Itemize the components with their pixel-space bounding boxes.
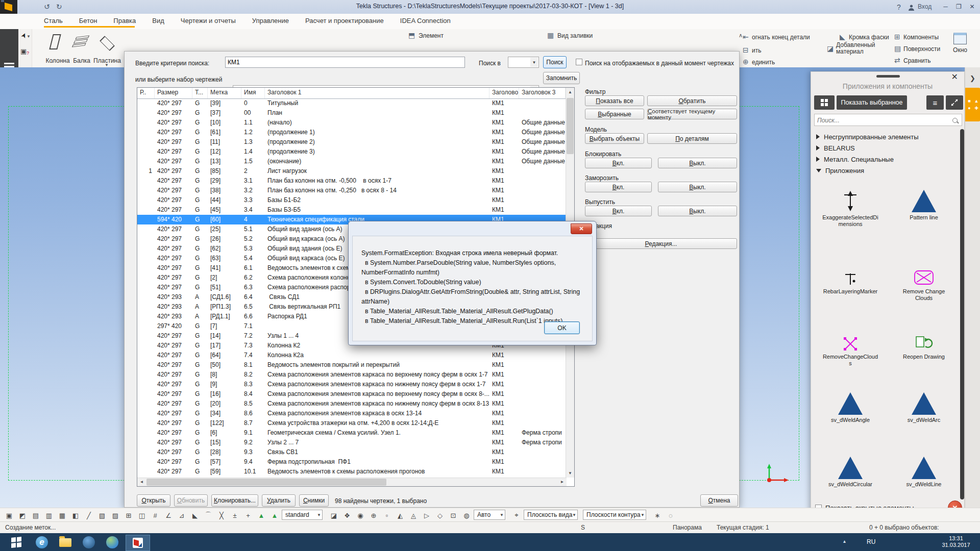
snap-icon-30[interactable]: ▷ [421, 510, 433, 521]
search-visible-checkbox[interactable] [576, 59, 582, 65]
tree-item-3[interactable]: Металл. Специальные [816, 154, 894, 165]
surfaces-icon[interactable]: ▤ [894, 44, 901, 53]
column-header-3[interactable]: Т... [192, 88, 208, 98]
revision-button[interactable]: Редакция... [585, 238, 737, 249]
column-header-8[interactable]: Заголовок 3 [519, 88, 566, 98]
snap-icon-32[interactable]: ⊡ [447, 510, 459, 521]
error-ok-button[interactable]: OK [544, 321, 580, 334]
table-row[interactable]: 420* 297G[28]9.3Связь СВ1КМ1 [137, 447, 566, 457]
table-row[interactable]: 420* 297G[59]10.1Ведомость элементов к с… [137, 467, 566, 477]
snap-icon-1[interactable]: ▣ [3, 510, 15, 521]
added-material-label[interactable]: Добавленный материал [836, 42, 887, 55]
snap-icon-9[interactable]: ▨ [109, 510, 121, 521]
freeze-on-button[interactable]: Вкл. [585, 182, 652, 192]
clock[interactable]: 13:31 31.03.2017 [937, 535, 975, 548]
filter-selected-button[interactable]: Выбранные [585, 109, 644, 119]
split-label[interactable]: ить [752, 47, 761, 54]
fit-part-end-label[interactable]: огнать конец детали [752, 34, 810, 41]
by-parts-button[interactable]: По деталям [647, 133, 737, 144]
table-row[interactable]: 420* 297G[44]3.3Базы Б1-Б2КМ1 [137, 195, 566, 205]
app-item-RemoveChangeClouds[interactable]: RemoveChangeClouds [815, 321, 886, 366]
login-link[interactable]: Вход [918, 2, 932, 11]
fill-view-label[interactable]: Вид заливки [557, 32, 593, 39]
ribbon-tab-8[interactable]: IDEA Connection [392, 14, 459, 28]
taskbar-tekla-icon[interactable] [126, 535, 150, 551]
tree-item-4[interactable]: Приложения [816, 165, 864, 176]
app-item-Remove-Change-Clouds[interactable]: Remove Change Clouds [889, 256, 959, 301]
filter-invert-button[interactable]: Обратить [647, 95, 737, 106]
expand-pane-icon[interactable]: ❯ [970, 74, 975, 82]
window-button[interactable]: Окно [947, 33, 973, 54]
added-material-icon[interactable]: ◪ [827, 44, 834, 53]
snap-icon-27[interactable]: ▫ [381, 510, 393, 521]
horizontal-scrollbar[interactable]: ◄ ► [137, 478, 567, 486]
search-criteria-input[interactable] [225, 57, 465, 68]
delete-button[interactable]: Удалить [262, 494, 296, 507]
table-row[interactable]: 420* 297G[38]3.2План баз колонн на отм. … [137, 186, 566, 195]
table-row[interactable]: 420* 297G[29]3.1План баз колонн на отм. … [137, 176, 566, 186]
table-row[interactable]: 420* 297G[13]1.5(окончание)КМ1Общие данн… [137, 157, 566, 166]
user-icon[interactable] [908, 4, 914, 10]
snap-icon-29[interactable]: ◬ [407, 510, 420, 521]
snap-icon-16[interactable]: ⌒ [202, 510, 214, 521]
snap-icon-19[interactable]: + [242, 510, 254, 521]
compare-icon[interactable]: ⇄ [894, 56, 900, 64]
snap-icon-26[interactable]: ⊕ [368, 510, 380, 521]
table-row[interactable]: 420* 297G[11]1.3(продолжение 2)КМ1Общие … [137, 137, 566, 147]
tool-label-column[interactable]: Колонна [43, 57, 72, 64]
table-row[interactable]: 420* 297G[122]8.7Схема устройства этажер… [137, 418, 566, 428]
list-view-button[interactable]: ≡ [926, 95, 944, 110]
cancel-button[interactable]: Отмена [700, 494, 738, 507]
scroll-left-icon[interactable]: ◄ [137, 478, 146, 486]
drawing-table-header[interactable]: Р..РазмерТ...МеткаИмяЗаголовок 1Заголово… [137, 88, 566, 99]
snap-icon-17[interactable]: ╳ [215, 510, 228, 521]
tool-label-beam[interactable]: Балка [70, 57, 93, 64]
table-row[interactable]: 420* 297G[6]9.1Геометрическая схема / Сх… [137, 428, 566, 438]
tree-item-1[interactable]: Несгруппированные элементы [816, 131, 919, 142]
table-row[interactable]: 420* 297G[20]8.5Схема расположения элеме… [137, 399, 566, 409]
table-row[interactable]: 420* 297G[9]8.3Схема расположения элемен… [137, 380, 566, 389]
maximize-button[interactable]: ❐ [952, 0, 965, 13]
fill-view-icon[interactable]: ▦ [547, 31, 554, 39]
fit-part-end-icon[interactable]: ⇤ [743, 33, 749, 41]
table-row[interactable]: 420* 297G[12]1.4(продолжение 3)КМ1Общие … [137, 147, 566, 157]
table-row[interactable]: 420* 297G[61]1.2(продолжение 1)КМ1Общие … [137, 128, 566, 137]
snap-icon-25[interactable]: ◉ [354, 510, 366, 521]
app-item-sv_dWeldLine[interactable]: sv_dWeldLine [889, 448, 959, 488]
toolbar-combo-standard[interactable]: standard▼ [282, 510, 323, 520]
table-row[interactable]: 420* 297G[64]7.4Колонна К2аКМ1 [137, 350, 566, 360]
snap-icon-5[interactable]: ▦ [56, 510, 68, 521]
plate-tool-icon[interactable] [100, 36, 114, 51]
chamfer-label[interactable]: Кромка фаски [849, 34, 889, 41]
snap-icon-28[interactable]: ◭ [394, 510, 406, 521]
snap-icon-35[interactable]: ⌖ [510, 510, 523, 521]
horizontal-scroll-thumb[interactable] [146, 479, 386, 486]
panel-drag-handle[interactable] [876, 75, 900, 78]
table-row[interactable]: 420* 297G[57]9.4Ферма подстропильная ПФ1… [137, 457, 566, 467]
column-header-6[interactable]: Заголовок 1 [265, 88, 489, 98]
ribbon-tab-5[interactable]: Чертежи и отчеты [173, 14, 244, 28]
table-row[interactable]: 420* 297G[34]8.6Схема расположения элеме… [137, 409, 566, 418]
snap-icon-31[interactable]: ◇ [434, 510, 446, 521]
app-item-sv_dWeldArc[interactable]: sv_dWeldArc [889, 384, 959, 423]
ribbon-tab-6[interactable]: Управление [244, 14, 297, 28]
snap-icon-24[interactable]: ❖ [341, 510, 353, 521]
grid-view-button[interactable] [814, 95, 835, 110]
help-icon[interactable]: ? [897, 3, 901, 12]
taskbar-browser1-icon[interactable] [79, 535, 99, 549]
toolbar-combo-плоскости-контура[interactable]: Плоскости контура▼ [583, 510, 646, 520]
toolbar-combo-плоскость-вида[interactable]: Плоскость вида▼ [524, 510, 578, 520]
search-in-combo[interactable]: ▼ [508, 57, 539, 68]
taskbar-folder-icon[interactable] [55, 535, 76, 549]
column-header-1[interactable]: Р.. [137, 88, 155, 98]
snap-icon-21[interactable]: ▲ [268, 510, 281, 521]
snap-icon-33[interactable]: ◍ [460, 510, 473, 521]
filter-show-all-button[interactable]: Показать все [585, 95, 644, 106]
chevron-right-icon[interactable] [816, 134, 820, 139]
scroll-right-icon[interactable]: ► [558, 478, 567, 486]
open-button[interactable]: Открыть [137, 494, 170, 507]
search-button[interactable]: Поиск [543, 56, 567, 68]
pointer-dropdown-icon[interactable]: ▼ [27, 34, 31, 39]
table-row[interactable]: 420* 297G[15]9.2Узлы 2 ... 7КМ1Ферма стр… [137, 438, 566, 447]
apps-scrollbar[interactable] [960, 129, 964, 499]
